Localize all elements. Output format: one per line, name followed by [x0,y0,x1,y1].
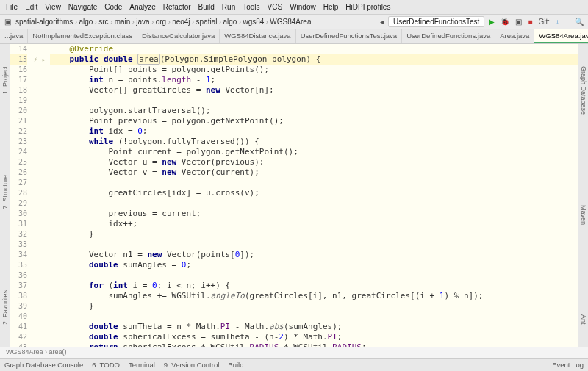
gutter-annotation[interactable] [32,322,47,332]
editor-tab[interactable]: ...java [0,29,28,43]
line-number[interactable]: 43 [10,342,27,347]
editor-tab[interactable]: UserDefinedFunctions.java [402,29,495,43]
line-number[interactable]: 17 [10,75,27,85]
gutter-annotation[interactable] [32,75,47,85]
code-line[interactable] [50,270,578,281]
event-log-tab[interactable]: Event Log [548,359,588,370]
breadcrumb-item[interactable]: algo [223,18,237,26]
code-line[interactable]: @Override [50,44,578,54]
menu-navigate[interactable]: Navigate [65,1,100,12]
code-line[interactable]: previous = current; [50,209,578,219]
breadcrumb-item[interactable]: spatial [196,18,218,26]
code-line[interactable]: double sumTheta = n * Math.PI - Math.abs… [50,322,578,332]
code-line[interactable]: Point previous = polygon.getNextPoint(); [50,116,578,126]
breadcrumb-item[interactable]: src [98,18,108,26]
gutter-annotation[interactable] [32,178,47,188]
line-number[interactable]: 40 [10,311,27,322]
menu-analyze[interactable]: Analyze [126,1,159,12]
menu-file[interactable]: File [3,1,21,12]
code-line[interactable]: polygon.startTraversal(); [50,106,578,116]
code-line[interactable]: } [50,229,578,239]
code-line[interactable]: return sphericalExcess * WGSUtil.RADIUS … [50,342,578,347]
code-line[interactable]: public double area(Polygon.SimplePolygon… [50,54,578,65]
menu-code[interactable]: Code [101,1,125,12]
menu-refactor[interactable]: Refactor [160,1,194,12]
gutter-annotation[interactable] [32,116,47,126]
gutter-annotation[interactable] [32,219,47,229]
code-line[interactable] [50,96,578,106]
menu-run[interactable]: Run [219,1,238,12]
editor-tab[interactable]: WGS84Area.java [534,29,588,43]
menu-hidpi[interactable]: HiDPI profiles [343,1,393,12]
editor-tab[interactable]: UserDefinedFunctionsTest.java [296,29,402,43]
code-line[interactable]: double sumAngles = 0; [50,260,578,270]
tool-window-button[interactable]: 2: Favorites [1,290,9,325]
breadcrumb-item[interactable]: java [136,18,149,26]
gutter-annotation[interactable]: ⚡ ▸ [32,54,47,65]
line-number[interactable]: 29 [10,198,27,209]
breadcrumb-item[interactable]: main [115,18,131,26]
gutter-annotation[interactable] [32,137,47,147]
tool-window-button[interactable]: Ant [580,314,587,325]
line-number[interactable]: 41 [10,322,27,332]
coverage-button[interactable]: ▣ [514,18,523,26]
line-number[interactable]: 27 [10,178,27,188]
left-tool-stripe[interactable]: 1: Project7: Structure2: Favorites [0,44,10,347]
code-line[interactable] [50,311,578,322]
code-line[interactable]: Vector n1 = new Vector(points[0]); [50,250,578,260]
code-line[interactable]: sumAngles += WGSUtil.angleTo(greatCircle… [50,291,578,301]
code-line[interactable] [50,178,578,188]
line-number[interactable]: 20 [10,106,27,116]
code-line[interactable]: } [50,301,578,311]
breadcrumb-item[interactable]: algo [79,18,93,26]
line-number[interactable]: 14 [10,44,27,54]
menu-edit[interactable]: Edit [22,1,40,12]
menu-help[interactable]: Help [320,1,342,12]
code-line[interactable]: Point[] points = polygon.getPoints(); [50,65,578,75]
run-button[interactable]: ▶ [487,18,496,26]
line-number[interactable]: 31 [10,219,27,229]
project-icon[interactable]: ▣ [3,18,12,26]
code-line[interactable]: idx++; [50,219,578,229]
gutter-annotation[interactable] [32,250,47,260]
line-gutter[interactable]: 1415161718192021222324252627282930313233… [10,44,32,347]
line-number[interactable]: 37 [10,281,27,291]
line-number[interactable]: 36 [10,270,27,281]
menu-build[interactable]: Build [196,1,218,12]
annotation-gutter[interactable]: ⚡ ▸ [32,44,47,347]
line-number[interactable]: 19 [10,96,27,106]
tool-window-button[interactable]: 7: Structure [1,175,9,209]
run-config-selector[interactable]: UserDefinedFunctionsTest [388,16,484,27]
line-number[interactable]: 18 [10,85,27,96]
right-tool-stripe[interactable]: Graph DatabaseMavenAnt [578,44,588,347]
code-line[interactable]: int n = points.length - 1; [50,75,578,85]
line-number[interactable]: 24 [10,147,27,157]
line-number[interactable]: 34 [10,250,27,260]
menu-tools[interactable]: Tools [240,1,262,12]
gutter-annotation[interactable] [32,281,47,291]
debug-button[interactable]: 🐞 [499,18,511,26]
stop-button[interactable]: ■ [526,18,534,26]
line-number[interactable]: 25 [10,157,27,168]
code-editor[interactable]: 1415161718192021222324252627282930313233… [10,44,578,347]
code-content[interactable]: @Override public double area(Polygon.Sim… [47,44,578,347]
menu-view[interactable]: View [42,1,64,12]
gutter-annotation[interactable] [32,65,47,75]
gutter-annotation[interactable] [32,291,47,301]
line-number[interactable]: 38 [10,291,27,301]
line-number[interactable]: 15 [10,54,27,65]
code-line[interactable]: for (int i = 0; i < n; i++) { [50,281,578,291]
editor-tab[interactable]: WGS84Distance.java [220,29,295,43]
line-number[interactable]: 39 [10,301,27,311]
gutter-annotation[interactable] [32,260,47,270]
menu-window[interactable]: Window [287,1,319,12]
gutter-annotation[interactable] [32,44,47,54]
gutter-annotation[interactable] [32,106,47,116]
bottom-tool-tab[interactable]: Graph Database Console [0,359,87,370]
tool-window-button[interactable]: 1: Project [1,66,9,94]
gutter-annotation[interactable] [32,147,47,157]
gutter-annotation[interactable] [32,126,47,137]
gutter-annotation[interactable] [32,85,47,96]
code-line[interactable]: Point current = polygon.getNextPoint(); [50,147,578,157]
line-number[interactable]: 23 [10,137,27,147]
